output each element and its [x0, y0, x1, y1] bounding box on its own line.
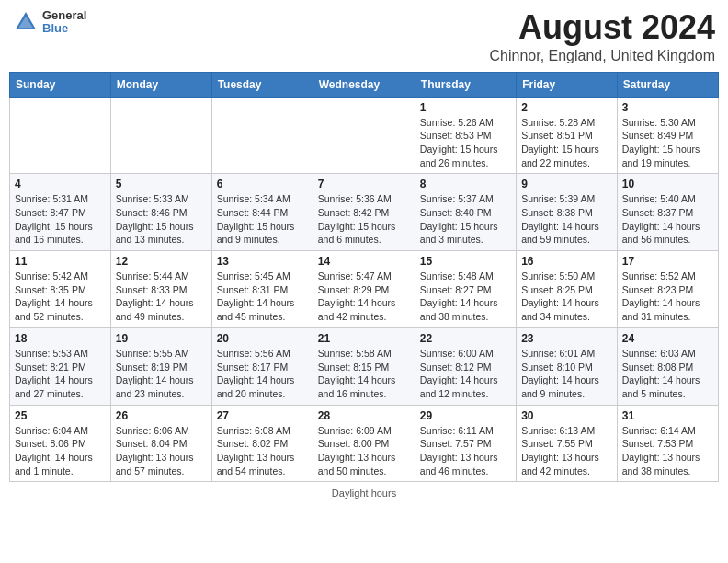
day-info: Sunrise: 5:50 AM Sunset: 8:25 PM Dayligh…	[521, 270, 612, 324]
calendar-cell	[10, 97, 111, 174]
logo-line2: Blue	[42, 22, 86, 35]
col-header-tuesday: Tuesday	[211, 72, 313, 97]
calendar-cell: 29Sunrise: 6:11 AM Sunset: 7:57 PM Dayli…	[415, 405, 516, 482]
day-info: Sunrise: 5:30 AM Sunset: 8:49 PM Dayligh…	[622, 116, 713, 170]
day-number: 17	[622, 255, 713, 268]
col-header-sunday: Sunday	[10, 72, 111, 97]
day-info: Sunrise: 5:45 AM Sunset: 8:31 PM Dayligh…	[217, 270, 308, 324]
week-row-1: 1Sunrise: 5:26 AM Sunset: 8:53 PM Daylig…	[10, 97, 719, 174]
calendar-cell	[313, 97, 415, 174]
day-info: Sunrise: 5:31 AM Sunset: 8:47 PM Dayligh…	[15, 192, 106, 247]
calendar-cell: 11Sunrise: 5:42 AM Sunset: 8:35 PM Dayli…	[10, 251, 111, 328]
logo-line1: General	[42, 9, 86, 22]
title-area: August 2024 Chinnor, England, United Kin…	[490, 9, 716, 64]
day-info: Sunrise: 5:58 AM Sunset: 8:15 PM Dayligh…	[318, 347, 410, 401]
day-info: Sunrise: 6:04 AM Sunset: 8:06 PM Dayligh…	[15, 424, 106, 478]
day-number: 26	[116, 409, 207, 422]
day-number: 5	[116, 178, 207, 190]
day-number: 16	[521, 255, 612, 268]
logo-icon	[13, 9, 39, 35]
calendar-cell: 16Sunrise: 5:50 AM Sunset: 8:25 PM Dayli…	[517, 251, 618, 328]
day-number: 25	[15, 409, 106, 422]
day-info: Sunrise: 5:52 AM Sunset: 8:23 PM Dayligh…	[622, 270, 713, 324]
day-number: 21	[318, 332, 410, 345]
calendar-cell: 21Sunrise: 5:58 AM Sunset: 8:15 PM Dayli…	[313, 327, 415, 405]
calendar-cell: 9Sunrise: 5:39 AM Sunset: 8:38 PM Daylig…	[517, 174, 618, 251]
calendar-cell: 8Sunrise: 5:37 AM Sunset: 8:40 PM Daylig…	[415, 174, 516, 251]
col-header-thursday: Thursday	[415, 72, 516, 97]
calendar-table: SundayMondayTuesdayWednesdayThursdayFrid…	[9, 72, 719, 483]
week-row-5: 25Sunrise: 6:04 AM Sunset: 8:06 PM Dayli…	[10, 405, 719, 482]
day-number: 11	[15, 255, 106, 268]
day-number: 6	[217, 178, 308, 190]
day-number: 19	[116, 332, 207, 345]
day-info: Sunrise: 6:08 AM Sunset: 8:02 PM Dayligh…	[217, 424, 308, 478]
day-info: Sunrise: 6:09 AM Sunset: 8:00 PM Dayligh…	[318, 424, 410, 478]
day-number: 20	[217, 332, 308, 345]
day-info: Sunrise: 5:44 AM Sunset: 8:33 PM Dayligh…	[116, 270, 207, 324]
calendar-cell: 18Sunrise: 5:53 AM Sunset: 8:21 PM Dayli…	[10, 327, 111, 405]
day-info: Sunrise: 5:53 AM Sunset: 8:21 PM Dayligh…	[15, 347, 106, 401]
day-number: 10	[622, 178, 713, 190]
calendar-cell: 2Sunrise: 5:28 AM Sunset: 8:51 PM Daylig…	[517, 97, 618, 174]
calendar-cell: 25Sunrise: 6:04 AM Sunset: 8:06 PM Dayli…	[10, 405, 111, 482]
week-row-2: 4Sunrise: 5:31 AM Sunset: 8:47 PM Daylig…	[10, 174, 719, 251]
day-number: 3	[622, 101, 713, 114]
day-number: 23	[521, 332, 612, 345]
calendar-cell: 31Sunrise: 6:14 AM Sunset: 7:53 PM Dayli…	[617, 405, 718, 482]
day-info: Sunrise: 5:26 AM Sunset: 8:53 PM Dayligh…	[420, 116, 511, 170]
day-info: Sunrise: 5:47 AM Sunset: 8:29 PM Dayligh…	[318, 270, 410, 324]
day-info: Sunrise: 5:55 AM Sunset: 8:19 PM Dayligh…	[116, 347, 207, 401]
day-info: Sunrise: 5:28 AM Sunset: 8:51 PM Dayligh…	[521, 116, 612, 170]
calendar-cell: 7Sunrise: 5:36 AM Sunset: 8:42 PM Daylig…	[313, 174, 415, 251]
calendar-cell	[211, 97, 313, 174]
calendar-cell: 20Sunrise: 5:56 AM Sunset: 8:17 PM Dayli…	[211, 327, 313, 405]
calendar-cell: 30Sunrise: 6:13 AM Sunset: 7:55 PM Dayli…	[517, 405, 618, 482]
calendar-cell: 27Sunrise: 6:08 AM Sunset: 8:02 PM Dayli…	[211, 405, 313, 482]
calendar-cell: 3Sunrise: 5:30 AM Sunset: 8:49 PM Daylig…	[617, 97, 718, 174]
day-number: 7	[318, 178, 410, 190]
day-info: Sunrise: 6:14 AM Sunset: 7:53 PM Dayligh…	[622, 424, 713, 478]
day-number: 9	[521, 178, 612, 190]
day-info: Sunrise: 5:42 AM Sunset: 8:35 PM Dayligh…	[15, 270, 106, 324]
day-info: Sunrise: 5:56 AM Sunset: 8:17 PM Dayligh…	[217, 347, 308, 401]
location-title: Chinnor, England, United Kingdom	[490, 48, 716, 64]
day-number: 18	[15, 332, 106, 345]
day-info: Sunrise: 5:37 AM Sunset: 8:40 PM Dayligh…	[420, 192, 511, 247]
calendar-cell: 5Sunrise: 5:33 AM Sunset: 8:46 PM Daylig…	[110, 174, 211, 251]
day-number: 24	[622, 332, 713, 345]
day-number: 14	[318, 255, 410, 268]
day-info: Sunrise: 6:06 AM Sunset: 8:04 PM Dayligh…	[116, 424, 207, 478]
calendar-cell: 13Sunrise: 5:45 AM Sunset: 8:31 PM Dayli…	[211, 251, 313, 328]
calendar-cell: 12Sunrise: 5:44 AM Sunset: 8:33 PM Dayli…	[110, 251, 211, 328]
day-info: Sunrise: 5:39 AM Sunset: 8:38 PM Dayligh…	[521, 192, 612, 247]
day-number: 30	[521, 409, 612, 422]
day-info: Sunrise: 6:00 AM Sunset: 8:12 PM Dayligh…	[420, 347, 511, 401]
footer-text: Daylight hours	[332, 488, 396, 499]
day-info: Sunrise: 6:01 AM Sunset: 8:10 PM Dayligh…	[521, 347, 612, 401]
calendar-cell: 15Sunrise: 5:48 AM Sunset: 8:27 PM Dayli…	[415, 251, 516, 328]
day-number: 13	[217, 255, 308, 268]
col-header-wednesday: Wednesday	[313, 72, 415, 97]
page-header: General Blue August 2024 Chinnor, Englan…	[9, 9, 719, 64]
day-number: 15	[420, 255, 511, 268]
footer-note: Daylight hours	[9, 488, 719, 499]
calendar-cell: 4Sunrise: 5:31 AM Sunset: 8:47 PM Daylig…	[10, 174, 111, 251]
day-number: 2	[521, 101, 612, 114]
day-info: Sunrise: 5:40 AM Sunset: 8:37 PM Dayligh…	[622, 192, 713, 247]
day-number: 22	[420, 332, 511, 345]
calendar-cell: 17Sunrise: 5:52 AM Sunset: 8:23 PM Dayli…	[617, 251, 718, 328]
calendar-cell: 10Sunrise: 5:40 AM Sunset: 8:37 PM Dayli…	[617, 174, 718, 251]
week-row-3: 11Sunrise: 5:42 AM Sunset: 8:35 PM Dayli…	[10, 251, 719, 328]
day-info: Sunrise: 5:34 AM Sunset: 8:44 PM Dayligh…	[217, 192, 308, 247]
calendar-cell: 28Sunrise: 6:09 AM Sunset: 8:00 PM Dayli…	[313, 405, 415, 482]
day-number: 28	[318, 409, 410, 422]
week-row-4: 18Sunrise: 5:53 AM Sunset: 8:21 PM Dayli…	[10, 327, 719, 405]
logo: General Blue	[13, 9, 86, 36]
month-title: August 2024	[490, 9, 716, 46]
day-number: 27	[217, 409, 308, 422]
header-row: SundayMondayTuesdayWednesdayThursdayFrid…	[10, 72, 719, 97]
col-header-friday: Friday	[517, 72, 618, 97]
calendar-cell: 14Sunrise: 5:47 AM Sunset: 8:29 PM Dayli…	[313, 251, 415, 328]
day-info: Sunrise: 6:03 AM Sunset: 8:08 PM Dayligh…	[622, 347, 713, 401]
